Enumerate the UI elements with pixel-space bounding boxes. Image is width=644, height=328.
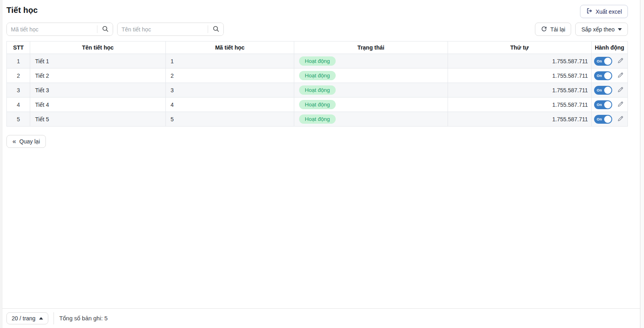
table-row: 3 Tiết 3 3 Hoạt động 1.755.587.711 On: [7, 83, 628, 98]
table-row: 2 Tiết 2 2 Hoạt động 1.755.587.711 On: [7, 69, 628, 83]
footer-divider: [54, 312, 54, 324]
toggle-on-label: On: [597, 103, 602, 107]
cell-status: Hoạt động: [294, 98, 448, 112]
table-row: 5 Tiết 5 5 Hoạt động 1.755.587.711 On: [7, 112, 628, 127]
toggle-knob: [604, 72, 611, 79]
cell-status: Hoạt động: [294, 54, 448, 69]
status-toggle[interactable]: On: [594, 86, 612, 95]
table-header-row: STT Tên tiết học Mã tiết học Trạng thái …: [7, 42, 628, 54]
table-row: 1 Tiết 1 1 Hoạt động 1.755.587.711 On: [7, 54, 628, 69]
cell-action: On: [591, 54, 627, 69]
chevron-down-icon: [618, 28, 622, 31]
status-toggle[interactable]: On: [594, 100, 612, 109]
col-header-action: Hành động: [591, 42, 627, 54]
search-icon: [213, 25, 219, 33]
toggle-on-label: On: [597, 88, 602, 92]
cell-code: 2: [165, 69, 294, 83]
page-size-label: 20 / trang: [12, 315, 35, 322]
code-search-input[interactable]: [7, 23, 97, 35]
double-chevron-left-icon: «: [12, 138, 16, 145]
toggle-on-label: On: [597, 117, 602, 121]
status-toggle[interactable]: On: [594, 71, 612, 80]
status-badge: Hoạt động: [299, 114, 335, 124]
status-toggle[interactable]: On: [594, 115, 612, 124]
back-label: Quay lại: [19, 138, 40, 145]
reload-label: Tải lại: [550, 26, 565, 33]
edit-button[interactable]: [616, 56, 625, 66]
status-toggle[interactable]: On: [594, 57, 612, 66]
scrollbar-track[interactable]: [640, 0, 644, 328]
status-badge: Hoạt động: [299, 85, 335, 95]
cell-action: On: [591, 98, 627, 112]
status-badge: Hoạt động: [299, 56, 335, 66]
window-left-edge: [0, 0, 2, 328]
cell-order: 1.755.587.711: [448, 98, 591, 112]
cell-code: 1: [165, 54, 294, 69]
col-header-status: Trạng thái: [294, 42, 448, 54]
status-badge: Hoạt động: [299, 100, 335, 110]
col-header-code: Mã tiết học: [165, 42, 294, 54]
name-search-box: [117, 23, 224, 36]
code-search-button[interactable]: [97, 23, 113, 35]
toggle-knob: [604, 58, 611, 65]
top-bar: Tiết học Xuất excel: [6, 5, 628, 18]
cell-order: 1.755.587.711: [448, 112, 591, 127]
toggle-on-label: On: [597, 59, 602, 63]
name-search-button[interactable]: [208, 23, 223, 35]
edit-button[interactable]: [616, 71, 625, 81]
cell-name: Tiết 2: [30, 69, 166, 83]
cell-order: 1.755.587.711: [448, 83, 591, 98]
cell-code: 3: [165, 83, 294, 98]
cell-stt: 4: [7, 98, 30, 112]
cell-action: On: [591, 83, 627, 98]
cell-stt: 2: [7, 69, 30, 83]
page-title: Tiết học: [6, 5, 38, 15]
cell-name: Tiết 3: [30, 83, 166, 98]
filter-bar: Tải lại Sắp xếp theo: [6, 23, 628, 36]
col-header-stt: STT: [7, 42, 30, 54]
name-search-input[interactable]: [118, 23, 208, 35]
export-excel-button[interactable]: Xuất excel: [580, 5, 628, 18]
cell-stt: 5: [7, 112, 30, 127]
pencil-icon: [617, 115, 624, 123]
chevron-up-icon: [39, 317, 43, 320]
cell-order: 1.755.587.711: [448, 54, 591, 69]
refresh-icon: [541, 26, 547, 33]
cell-status: Hoạt động: [294, 112, 448, 127]
total-records-label: Tổng số bản ghi: 5: [59, 315, 107, 322]
cell-stt: 1: [7, 54, 30, 69]
pencil-icon: [617, 72, 624, 80]
edit-button[interactable]: [616, 114, 625, 124]
cell-status: Hoạt động: [294, 83, 448, 98]
edit-button[interactable]: [616, 100, 625, 110]
sort-dropdown[interactable]: Sắp xếp theo: [575, 23, 628, 36]
sort-label: Sắp xếp theo: [581, 26, 615, 33]
cell-name: Tiết 4: [30, 98, 166, 112]
search-icon: [102, 25, 109, 33]
toggle-on-label: On: [597, 74, 602, 78]
toggle-knob: [604, 87, 611, 94]
cell-name: Tiết 5: [30, 112, 166, 127]
cell-code: 5: [165, 112, 294, 127]
reload-button[interactable]: Tải lại: [535, 23, 571, 36]
back-bar: « Quay lại: [6, 135, 628, 148]
cell-action: On: [591, 69, 627, 83]
cell-stt: 3: [7, 83, 30, 98]
table-row: 4 Tiết 4 4 Hoạt động 1.755.587.711 On: [7, 98, 628, 112]
pencil-icon: [617, 101, 624, 109]
cell-order: 1.755.587.711: [448, 69, 591, 83]
code-search-box: [6, 23, 113, 36]
toggle-knob: [604, 116, 611, 123]
edit-button[interactable]: [616, 85, 625, 95]
col-header-name: Tên tiết học: [30, 42, 166, 54]
toggle-knob: [604, 101, 611, 108]
cell-status: Hoạt động: [294, 69, 448, 83]
back-button[interactable]: « Quay lại: [6, 135, 46, 148]
cell-name: Tiết 1: [30, 54, 166, 69]
pencil-icon: [617, 86, 624, 94]
lessons-table: STT Tên tiết học Mã tiết học Trạng thái …: [6, 41, 628, 127]
cell-action: On: [591, 112, 627, 127]
page-size-dropdown[interactable]: 20 / trang: [6, 312, 48, 324]
pagination-footer: 20 / trang Tổng số bản ghi: 5: [0, 308, 644, 328]
status-badge: Hoạt động: [299, 71, 335, 81]
